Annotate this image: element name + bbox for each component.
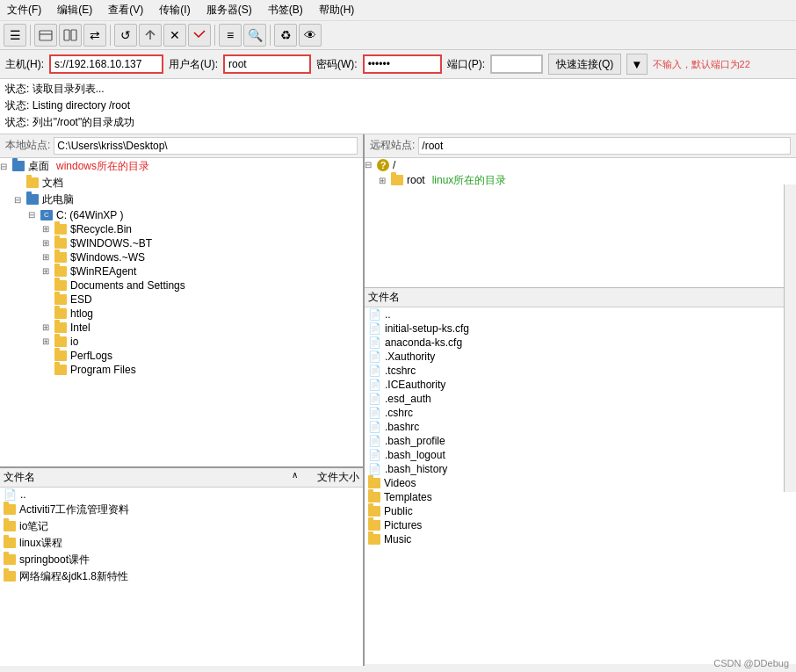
left-tree-scrollbar[interactable] xyxy=(784,184,796,492)
expand-thispc[interactable]: ⊟ xyxy=(14,195,25,205)
right-file-row-4[interactable]: 📄 .ICEauthority xyxy=(365,378,796,392)
left-filename-3: springboot课件 xyxy=(19,553,359,567)
right-file-row-7[interactable]: 📄 .bashrc xyxy=(365,420,796,434)
right-file-row-public[interactable]: Public xyxy=(365,504,796,518)
right-tree-root[interactable]: ⊟ ? / xyxy=(365,158,796,172)
right-file-row-0[interactable]: 📄 initial-setup-ks.cfg xyxy=(365,322,796,336)
toolbar-btn-arrows[interactable]: ⇄ xyxy=(83,24,106,47)
right-file-row-3[interactable]: 📄 .tcshrc xyxy=(365,364,796,378)
connect-dropdown-button[interactable]: ▼ xyxy=(626,54,647,75)
menu-help[interactable]: 帮助(H) xyxy=(315,2,358,18)
expand-winbt[interactable]: ⊞ xyxy=(42,238,53,248)
pc-icon-cdrive: C xyxy=(40,210,53,220)
left-file-row-parent[interactable]: 📄 .. xyxy=(0,488,363,502)
right-file-row-music[interactable]: Music xyxy=(365,532,796,546)
right-file-icon-9: 📄 xyxy=(368,449,381,461)
tree-item-desktop[interactable]: ⊟ 桌面 windows所在的目录 xyxy=(0,158,363,175)
watermark: CSDN @DDebug xyxy=(713,658,789,666)
left-file-row-3[interactable]: springboot课件 xyxy=(0,552,363,568)
right-file-row-parent[interactable]: 📄 .. xyxy=(365,307,796,322)
toolbar-btn-new-tab[interactable] xyxy=(34,24,57,47)
menu-server[interactable]: 服务器(S) xyxy=(203,2,256,18)
right-file-row-9[interactable]: 📄 .bash_logout xyxy=(365,448,796,462)
folder-icon-winws xyxy=(54,252,67,263)
tree-item-winws[interactable]: ⊞ $Windows.~WS xyxy=(0,250,363,264)
tree-item-perflogs[interactable]: PerfLogs xyxy=(0,349,363,363)
label-htlog: htlog xyxy=(69,307,93,320)
expand-desktop[interactable]: ⊟ xyxy=(0,162,11,171)
right-file-row-8[interactable]: 📄 .bash_profile xyxy=(365,434,796,448)
tree-item-thispc[interactable]: ⊟ 此电脑 xyxy=(0,191,363,208)
expand-recycle[interactable]: ⊞ xyxy=(42,224,53,234)
tree-item-htlog[interactable]: htlog xyxy=(0,307,363,321)
right-tree-root-folder[interactable]: ⊞ root linux所在的目录 xyxy=(365,172,796,189)
tree-item-intel[interactable]: ⊞ Intel xyxy=(0,321,363,335)
right-file-row-videos[interactable]: Videos xyxy=(365,476,796,490)
right-expand-root[interactable]: ⊟ xyxy=(365,160,375,170)
host-input[interactable] xyxy=(49,54,163,74)
right-file-icon-parent: 📄 xyxy=(368,308,381,321)
toolbar-btn-refresh[interactable]: ↺ xyxy=(114,24,137,47)
menu-transfer[interactable]: 传输(I) xyxy=(156,2,193,18)
right-file-row-pictures[interactable]: Pictures xyxy=(365,518,796,532)
tree-item-progfiles[interactable]: Program Files xyxy=(0,363,363,377)
expand-intel[interactable]: ⊞ xyxy=(42,322,53,332)
expand-cdrive[interactable]: ⊟ xyxy=(28,210,39,220)
expand-io[interactable]: ⊞ xyxy=(42,336,53,346)
left-file-row-1[interactable]: io笔记 xyxy=(0,518,363,535)
connect-button[interactable]: 快速连接(Q) xyxy=(548,54,621,75)
menu-edit[interactable]: 编辑(E) xyxy=(54,2,96,18)
toolbar-btn-1[interactable]: ☰ xyxy=(4,24,26,47)
right-file-row-5[interactable]: 📄 .esd_auth xyxy=(365,392,796,406)
label-winbt: $WINDOWS.~BT xyxy=(69,237,152,249)
toolbar-btn-search[interactable]: 🔍 xyxy=(243,24,266,47)
toolbar-btn-process[interactable] xyxy=(188,24,211,47)
tree-item-cdrive[interactable]: ⊟ C C: (64WinXP ) xyxy=(0,208,363,222)
tree-item-esd[interactable]: ESD xyxy=(0,293,363,307)
left-panel: 本地站点: ⊟ 桌面 windows所在的目录 文档 xyxy=(0,134,365,666)
right-filename-6: .cshrc xyxy=(385,407,792,419)
tree-item-recycle[interactable]: ⊞ $Recycle.Bin xyxy=(0,222,363,236)
remote-path-input[interactable] xyxy=(418,137,791,155)
folder-icon-htlog xyxy=(54,308,67,319)
toolbar-btn-sync[interactable] xyxy=(139,24,162,47)
right-file-row-10[interactable]: 📄 .bash_history xyxy=(365,462,796,476)
folder-icon-progfiles xyxy=(54,365,67,375)
left-panel-header: 本地站点: xyxy=(0,134,363,158)
tree-item-io[interactable]: ⊞ io xyxy=(0,335,363,349)
right-file-row-1[interactable]: 📄 anaconda-ks.cfg xyxy=(365,336,796,350)
right-filename-1: anaconda-ks.cfg xyxy=(385,336,792,349)
right-expand-root-folder[interactable]: ⊞ xyxy=(379,176,389,185)
port-input[interactable] xyxy=(490,54,543,74)
toolbar-btn-compare[interactable]: 👁 xyxy=(299,24,322,47)
left-file-row-2[interactable]: linux课程 xyxy=(0,535,363,552)
toolbar-btn-split[interactable] xyxy=(59,24,82,47)
right-file-row-templates[interactable]: Templates xyxy=(365,490,796,504)
toolbar-btn-filter[interactable]: ≡ xyxy=(219,24,242,47)
left-file-row-0[interactable]: Activiti7工作流管理资料 xyxy=(0,502,363,518)
expand-winre[interactable]: ⊞ xyxy=(42,266,53,276)
expand-winws[interactable]: ⊞ xyxy=(42,252,53,262)
tree-item-winbt[interactable]: ⊞ $WINDOWS.~BT xyxy=(0,236,363,250)
right-file-row-6[interactable]: 📄 .cshrc xyxy=(365,406,796,420)
left-file-row-4[interactable]: 网络编程&jdk1.8新特性 xyxy=(0,568,363,585)
user-input[interactable] xyxy=(223,54,311,74)
svg-rect-2 xyxy=(64,30,69,40)
right-filename-parent: .. xyxy=(385,308,792,321)
right-file-icon-1: 📄 xyxy=(368,336,381,349)
right-filename-10: .bash_history xyxy=(385,463,792,475)
user-label: 用户名(U): xyxy=(169,57,218,72)
right-filename-9: .bash_logout xyxy=(385,449,792,461)
menu-bookmarks[interactable]: 书签(B) xyxy=(264,2,307,18)
folder-icon-activiti xyxy=(4,504,16,515)
toolbar-btn-reconnect[interactable]: ♻ xyxy=(274,24,297,47)
local-path-input[interactable] xyxy=(54,137,358,155)
tree-item-docs-settings[interactable]: Documents and Settings xyxy=(0,278,363,293)
tree-item-documents[interactable]: 文档 xyxy=(0,175,363,191)
menu-view[interactable]: 查看(V) xyxy=(105,2,147,18)
tree-item-winre[interactable]: ⊞ $WinREAgent xyxy=(0,264,363,278)
right-file-row-2[interactable]: 📄 .Xauthority xyxy=(365,350,796,364)
menu-file[interactable]: 文件(F) xyxy=(4,2,45,18)
toolbar-btn-cancel[interactable]: ✕ xyxy=(163,24,186,47)
pass-input[interactable] xyxy=(363,54,442,74)
